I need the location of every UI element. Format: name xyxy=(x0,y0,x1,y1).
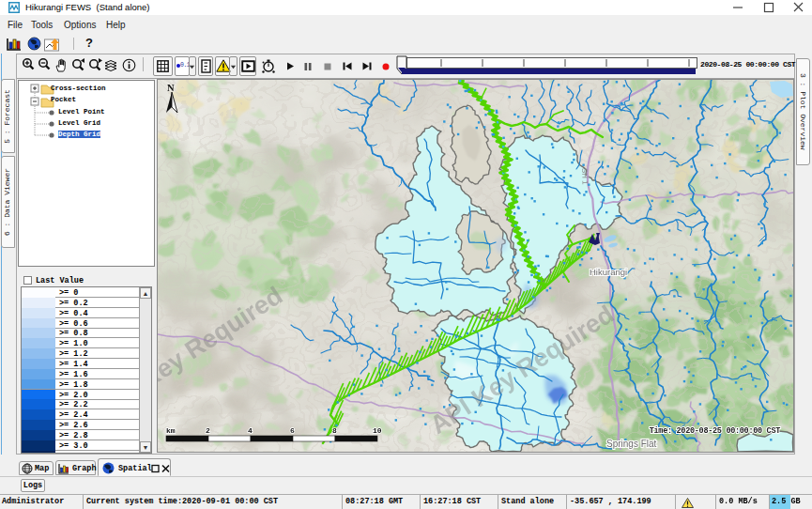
svg-text:SH 1: SH 1 xyxy=(580,168,590,186)
svg-text:2: 2 xyxy=(206,426,210,435)
svg-text:Springs Flat: Springs Flat xyxy=(606,439,657,449)
svg-text:N: N xyxy=(167,83,175,93)
svg-text:6: 6 xyxy=(290,426,295,435)
svg-text:8: 8 xyxy=(332,426,337,435)
svg-text:Hikurangi: Hikurangi xyxy=(590,267,627,277)
svg-text:4: 4 xyxy=(248,426,253,435)
svg-text:10: 10 xyxy=(373,426,382,435)
svg-text:Time: 2020-08-25 00:00:00 CST: Time: 2020-08-25 00:00:00 CST xyxy=(650,426,780,436)
svg-text:km: km xyxy=(166,426,176,435)
